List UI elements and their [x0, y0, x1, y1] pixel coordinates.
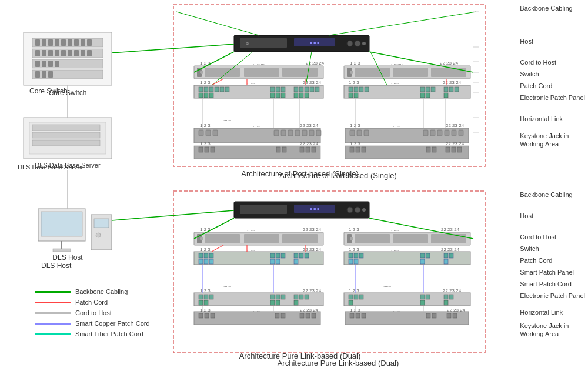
- svg-rect-66: [355, 68, 390, 77]
- label-electronic-patch-panel-top: Electronic Patch Panel: [520, 94, 585, 101]
- label-horizontal-link-top: Horizontal Link: [520, 115, 585, 122]
- svg-rect-125: [206, 130, 211, 136]
- svg-rect-207: [294, 253, 298, 258]
- svg-rect-185: [244, 234, 279, 243]
- svg-rect-30: [42, 71, 46, 78]
- svg-rect-215: [294, 259, 298, 264]
- svg-rect-90: [315, 87, 319, 92]
- svg-rect-107: [365, 87, 369, 92]
- svg-rect-118: [444, 93, 448, 98]
- svg-rect-261: [449, 295, 453, 299]
- label-smart-patch-cord: Smart Patch Cord: [520, 280, 585, 287]
- svg-rect-10: [55, 39, 59, 46]
- svg-rect-110: [431, 87, 435, 92]
- svg-point-196: [350, 237, 353, 240]
- label-switch-top: Switch: [520, 71, 585, 78]
- svg-rect-106: [359, 87, 363, 92]
- svg-rect-208: [299, 253, 303, 258]
- svg-rect-21: [68, 50, 72, 56]
- svg-text:......: ......: [393, 123, 400, 128]
- svg-rect-115: [354, 93, 358, 98]
- dls-host-label: DLS Host: [41, 262, 71, 270]
- legend-patch-cord-label: Patch Cord: [75, 299, 108, 306]
- svg-rect-104: [349, 87, 353, 92]
- svg-rect-83: [270, 87, 275, 92]
- svg-text:22 23 24: 22 23 24: [300, 141, 319, 146]
- svg-rect-99: [305, 93, 309, 98]
- svg-rect-111: [444, 87, 448, 92]
- svg-rect-210: [199, 259, 203, 264]
- svg-rect-205: [276, 253, 280, 258]
- svg-rect-202: [204, 253, 208, 258]
- svg-line-295: [212, 79, 223, 85]
- label-horizontal-link-bottom: Horizontal Link: [520, 309, 585, 316]
- svg-rect-173: [240, 205, 287, 214]
- svg-rect-141: [423, 130, 428, 136]
- svg-text:......: ......: [223, 116, 231, 122]
- svg-rect-151: [199, 147, 203, 152]
- svg-rect-281: [350, 313, 354, 318]
- label-switch-bottom: Switch: [520, 245, 585, 252]
- svg-point-45: [96, 233, 101, 237]
- svg-rect-18: [48, 50, 53, 56]
- svg-rect-87: [299, 87, 303, 92]
- svg-rect-25: [35, 61, 40, 67]
- svg-rect-214: [276, 259, 280, 264]
- svg-rect-98: [299, 93, 303, 98]
- svg-rect-86: [294, 87, 298, 92]
- legend-smart-fiber-line: [35, 333, 71, 335]
- svg-rect-194: [393, 234, 428, 243]
- svg-rect-225: [444, 253, 448, 258]
- svg-text:1 2 3: 1 2 3: [200, 141, 211, 146]
- svg-rect-8: [42, 39, 46, 46]
- svg-rect-230: [444, 259, 448, 264]
- svg-rect-138: [350, 130, 355, 136]
- svg-rect-24: [87, 50, 92, 56]
- svg-text:......: ......: [391, 227, 399, 232]
- svg-text:......: ......: [247, 80, 255, 85]
- svg-rect-259: [426, 295, 430, 299]
- svg-rect-109: [426, 87, 430, 92]
- svg-rect-212: [209, 259, 213, 264]
- svg-rect-273: [281, 313, 285, 318]
- svg-rect-229: [420, 259, 425, 264]
- svg-rect-23: [81, 50, 85, 56]
- label-keystone-jack-top: Keystone Jack inWorking Area: [520, 132, 585, 149]
- svg-text:22 23 24: 22 23 24: [446, 123, 465, 128]
- svg-text:1 2 3: 1 2 3: [200, 307, 211, 313]
- svg-rect-152: [205, 147, 209, 152]
- svg-rect-113: [455, 87, 459, 92]
- svg-rect-79: [209, 87, 213, 92]
- svg-text:1 2 3: 1 2 3: [350, 123, 360, 128]
- svg-rect-67: [393, 68, 428, 77]
- svg-rect-35: [32, 125, 100, 131]
- svg-text:1 2 3: 1 2 3: [349, 288, 359, 293]
- svg-rect-243: [294, 295, 298, 299]
- svg-rect-20: [61, 50, 66, 56]
- svg-rect-61: [244, 68, 279, 77]
- main-container: Core Switch DLS Data Base Server DLS Hos…: [0, 0, 588, 378]
- svg-rect-163: [350, 147, 354, 152]
- svg-rect-142: [430, 130, 435, 136]
- svg-rect-31: [48, 71, 53, 78]
- svg-rect-285: [432, 313, 436, 318]
- svg-point-176: [347, 207, 353, 213]
- label-cord-to-host-bottom: Cord to Host: [520, 233, 585, 240]
- svg-rect-153: [211, 147, 215, 152]
- svg-rect-271: [211, 313, 215, 318]
- svg-rect-29: [35, 71, 40, 78]
- svg-text:22 23 24: 22 23 24: [306, 61, 325, 66]
- svg-rect-81: [220, 87, 224, 92]
- svg-rect-257: [359, 295, 363, 299]
- svg-rect-131: [302, 130, 307, 136]
- svg-text:......: ......: [391, 288, 399, 293]
- core-switch-label: Core Switch: [29, 87, 68, 95]
- svg-rect-224: [426, 253, 430, 258]
- svg-rect-126: [213, 130, 218, 136]
- legend-smart-copper-label: Smart Copper Patch Cord: [75, 320, 150, 327]
- svg-rect-36: [32, 132, 100, 138]
- svg-rect-117: [426, 93, 430, 98]
- svg-text:1 2 3: 1 2 3: [349, 80, 359, 85]
- svg-rect-263: [420, 300, 425, 305]
- svg-point-53: [355, 41, 360, 46]
